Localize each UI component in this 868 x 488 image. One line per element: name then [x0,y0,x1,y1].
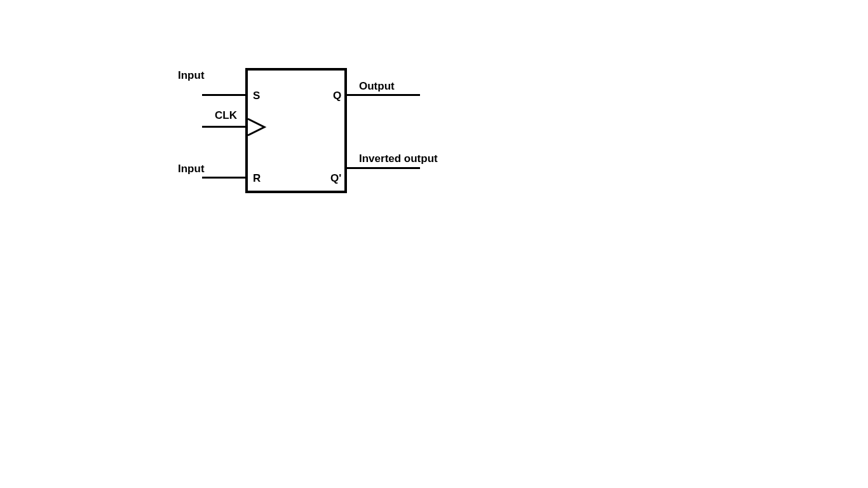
pin-qn: Q' [330,172,341,185]
pin-r: R [253,172,261,185]
pin-q: Q [333,90,341,102]
wire-clk-input [202,126,245,128]
label-output-q: Output [359,80,395,93]
pin-s: S [253,90,260,102]
sr-flipflop-diagram: Input CLK Input Output Inverted output S… [0,0,868,488]
wire-s-input [202,94,245,96]
clock-edge-icon [247,118,268,137]
label-clk: CLK [215,109,237,122]
wire-r-input [202,177,245,179]
wire-qn-output [347,167,420,169]
label-input-s: Input [178,69,205,82]
label-input-r: Input [178,163,205,175]
wire-q-output [347,94,420,96]
label-output-qn: Inverted output [359,152,438,165]
